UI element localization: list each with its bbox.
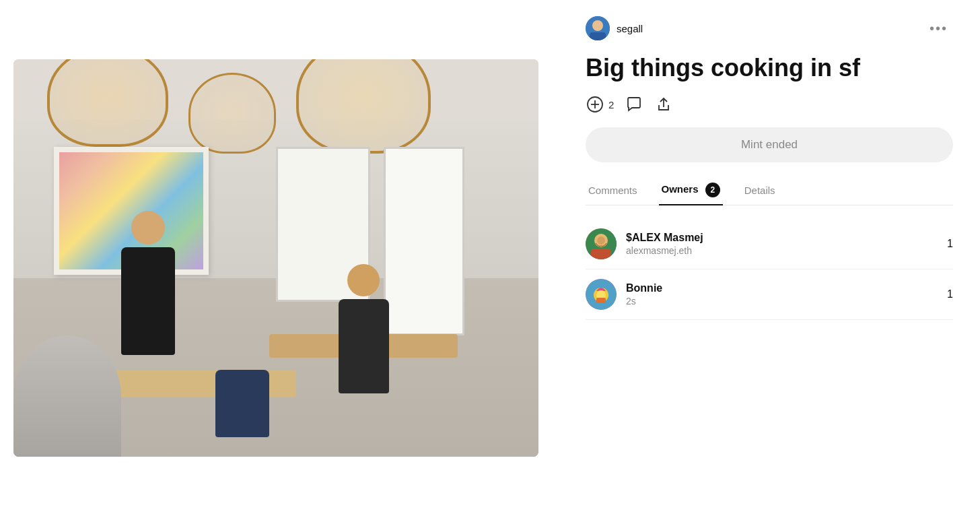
owners-badge: 2 (705, 183, 720, 197)
svg-point-9 (597, 236, 605, 245)
owner-name-alex: $ALEX Masmej (626, 232, 938, 244)
detail-panel: segall ••• Big things cooking in sf 2 (559, 0, 980, 516)
post-image (13, 59, 538, 457)
svg-rect-2 (590, 32, 606, 40)
comment-button[interactable] (625, 95, 643, 114)
owner-info-bonnie: Bonnie 2s (626, 282, 938, 307)
lamp-2 (188, 73, 276, 154)
owner-count-alex: 1 (947, 238, 953, 250)
tabs-row: Comments Owners 2 Details (586, 176, 953, 205)
owner-sub-alex: alexmasmej.eth (626, 245, 938, 256)
action-row: 2 (586, 95, 953, 114)
like-count: 2 (608, 99, 614, 110)
share-icon (654, 95, 673, 114)
comment-icon (625, 95, 643, 114)
owner-avatar-alex (586, 228, 617, 259)
owner-sub-bonnie: 2s (626, 296, 938, 307)
like-icon (586, 95, 604, 114)
image-panel (0, 0, 559, 516)
username[interactable]: segall (617, 23, 643, 34)
owner-item-bonnie[interactable]: Bonnie 2s 1 (586, 269, 953, 320)
person-right (316, 264, 411, 385)
svg-rect-13 (596, 298, 606, 303)
person-left (94, 211, 202, 346)
like-button[interactable]: 2 (586, 95, 614, 114)
share-button[interactable] (654, 95, 673, 114)
user-avatar[interactable] (586, 16, 610, 40)
more-menu-button[interactable]: ••• (924, 18, 953, 39)
post-title: Big things cooking in sf (586, 54, 953, 82)
owner-info-alex: $ALEX Masmej alexmasmej.eth (626, 232, 938, 256)
owners-list: $ALEX Masmej alexmasmej.eth 1 Bonnie 2s (586, 219, 953, 320)
tab-owners[interactable]: Owners 2 (659, 176, 723, 205)
svg-rect-8 (591, 249, 611, 259)
owner-item-alex[interactable]: $ALEX Masmej alexmasmej.eth 1 (586, 219, 953, 269)
backpack (215, 370, 269, 437)
mint-ended-button: Mint ended (586, 127, 953, 162)
svg-point-1 (592, 20, 603, 31)
lamp-1 (47, 59, 168, 147)
tab-details[interactable]: Details (742, 178, 778, 204)
owner-avatar-bonnie (586, 279, 617, 310)
tab-comments[interactable]: Comments (586, 178, 640, 204)
user-row: segall ••• (586, 16, 953, 40)
owner-name-bonnie: Bonnie (626, 282, 938, 294)
owner-count-bonnie: 1 (947, 288, 953, 300)
chair-foreground (13, 335, 121, 457)
lamp-3 (296, 59, 431, 154)
